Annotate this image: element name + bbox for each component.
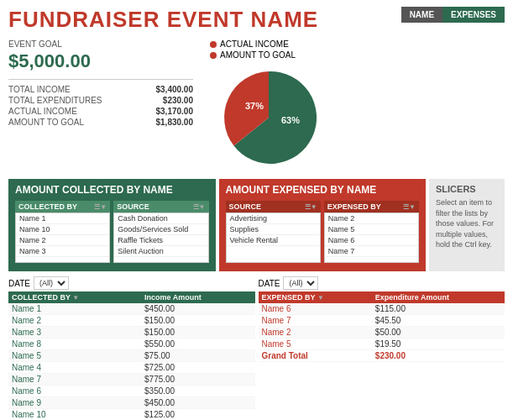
income-table-block: DATE (All) COLLECTED BY ▼ Income Amount …: [8, 276, 255, 420]
list-item[interactable]: Advertising: [227, 213, 320, 224]
legend-actual-income: ACTUAL INCOME: [210, 39, 296, 49]
income-col-header-collected-by[interactable]: COLLECTED BY ▼: [8, 291, 141, 303]
list-item[interactable]: Name 7: [325, 246, 418, 257]
collected-by-header[interactable]: COLLECTED BY ☰▼: [15, 201, 110, 213]
stat-label-togoal: AMOUNT TO GOAL: [8, 118, 84, 127]
col-filter-icon-exp[interactable]: ▼: [317, 294, 324, 302]
table-row: Name 7$775.00: [8, 374, 255, 386]
nav-name-button[interactable]: NAME: [401, 7, 442, 23]
list-item[interactable]: Name 5: [325, 224, 418, 235]
grand-total-value-exp: $230.00: [372, 350, 505, 362]
list-item[interactable]: Name 2: [325, 213, 418, 224]
expenditure-table-body: Name 6$115.00Name 7$45.50Name 2$50.00Nam…: [259, 303, 505, 362]
table-row: Name 6$350.00: [8, 386, 255, 397]
collected-by-filter: COLLECTED BY ☰▼ Name 1 Name 10 Name 2 Na…: [15, 201, 110, 263]
table-row: Name 4$725.00: [8, 362, 255, 374]
expensed-by-cell: Name 5: [259, 339, 372, 350]
stat-row-expenditures: TOTAL EXPENDITURES $230.00: [8, 96, 193, 105]
expensed-by-header[interactable]: EXPENSED BY ☰▼: [324, 201, 419, 213]
list-item[interactable]: Raffle Tickets: [114, 235, 207, 246]
legend-label-actual: ACTUAL INCOME: [220, 39, 289, 49]
table-row: Name 2$150.00: [8, 315, 255, 327]
income-table: COLLECTED BY ▼ Income Amount Name 1$450.…: [8, 291, 255, 420]
pie-chart-svg: 63% 37%: [210, 63, 327, 172]
collected-by-cell: Name 4: [8, 362, 141, 374]
stat-row-togoal: AMOUNT TO GOAL $1,830.00: [8, 118, 193, 127]
income-amount-cell: $350.00: [141, 386, 254, 397]
list-item[interactable]: Cash Donation: [114, 213, 207, 224]
list-item[interactable]: Goods/Services Sold: [114, 224, 207, 235]
stat-row-actual: ACTUAL INCOME $3,170.00: [8, 107, 193, 116]
table-row: Name 5$75.00: [8, 350, 255, 362]
source-list[interactable]: Cash Donation Goods/Services Sold Raffle…: [113, 213, 208, 263]
expensed-by-list[interactable]: Name 2 Name 5 Name 6 Name 7: [324, 213, 419, 263]
top-section: EVENT GOAL $5,000.00 TOTAL INCOME $3,400…: [0, 36, 513, 176]
expenditure-amount-cell: $115.00: [372, 303, 505, 315]
income-table-body: Name 1$450.00Name 2$150.00Name 3$150.00N…: [8, 303, 255, 420]
pie-label-37: 37%: [245, 101, 264, 111]
table-row: Name 10$125.00: [8, 409, 255, 421]
list-item[interactable]: Name 3: [16, 246, 109, 257]
income-date-select[interactable]: (All): [34, 276, 69, 290]
expensed-by-icon[interactable]: ☰▼: [403, 203, 416, 211]
collected-by-cell: Name 8: [8, 339, 141, 350]
collected-by-cell: Name 2: [8, 315, 141, 327]
bottom-section: DATE (All) COLLECTED BY ▼ Income Amount …: [0, 275, 513, 420]
expensed-by-cell: Name 2: [259, 327, 372, 339]
grand-total-row-exp: Grand Total$230.00: [259, 350, 505, 362]
expenditure-amount-cell: $45.50: [372, 315, 505, 327]
table-row: Name 2$50.00: [259, 327, 505, 339]
source-filter-icon[interactable]: ☰▼: [193, 203, 206, 211]
chart-area: ACTUAL INCOME AMOUNT TO GOAL 63% 37%: [193, 39, 505, 172]
stat-row-income: TOTAL INCOME $3,400.00: [8, 85, 193, 94]
expensed-source-label: SOURCE: [229, 202, 262, 211]
list-item[interactable]: Silent Auction: [114, 246, 207, 257]
slicers-description: Select an item to filter the lists by th…: [436, 197, 498, 250]
nav-expenses-button[interactable]: EXPENSES: [442, 7, 505, 23]
list-item[interactable]: Name 10: [16, 224, 109, 235]
col-filter-icon[interactable]: ▼: [72, 294, 79, 302]
expensed-box: AMOUNT EXPENSED BY NAME SOURCE ☰▼ Advert…: [219, 179, 427, 271]
expenditure-col-header-by[interactable]: EXPENSED BY ▼: [259, 291, 372, 303]
expensed-title: AMOUNT EXPENSED BY NAME: [226, 184, 420, 196]
collected-box: AMOUNT COLLECTED BY NAME COLLECTED BY ☰▼…: [8, 179, 216, 271]
mid-section: AMOUNT COLLECTED BY NAME COLLECTED BY ☰▼…: [8, 179, 505, 271]
source-filter: SOURCE ☰▼ Cash Donation Goods/Services S…: [113, 201, 208, 263]
header: FUNDRAISER EVENT NAME NAME EXPENSES: [0, 0, 513, 36]
stats-table: TOTAL INCOME $3,400.00 TOTAL EXPENDITURE…: [8, 79, 193, 127]
expensed-filter-row: SOURCE ☰▼ Advertising Supplies Vehicle R…: [226, 201, 420, 263]
expensed-source-header[interactable]: SOURCE ☰▼: [226, 201, 321, 213]
table-row: Name 3$150.00: [8, 327, 255, 339]
list-item[interactable]: Name 6: [325, 235, 418, 246]
expenditure-date-select[interactable]: (All): [283, 276, 318, 290]
income-amount-cell: $450.00: [141, 303, 254, 315]
table-row: Name 1$450.00: [8, 303, 255, 315]
list-item[interactable]: Name 2: [16, 235, 109, 246]
list-item[interactable]: Name 1: [16, 213, 109, 224]
table-row: Name 7$45.50: [259, 315, 505, 327]
legend-label-goal: AMOUNT TO GOAL: [220, 50, 296, 60]
collected-by-filter-icon[interactable]: ☰▼: [94, 203, 107, 211]
collected-title: AMOUNT COLLECTED BY NAME: [15, 184, 209, 196]
event-goal-label: EVENT GOAL: [8, 39, 193, 49]
collected-filter-row: COLLECTED BY ☰▼ Name 1 Name 10 Name 2 Na…: [15, 201, 209, 263]
event-goal-value: $5,000.00: [8, 50, 193, 72]
expensed-by-cell: Name 7: [259, 315, 372, 327]
expensed-source-icon[interactable]: ☰▼: [305, 203, 317, 211]
stat-label-actual: ACTUAL INCOME: [8, 107, 77, 116]
collected-by-list[interactable]: Name 1 Name 10 Name 2 Name 3: [15, 213, 110, 263]
expenditure-amount-cell: $50.00: [372, 327, 505, 339]
list-item[interactable]: Vehicle Rental: [227, 235, 320, 246]
stat-value-expenditures: $230.00: [163, 96, 193, 105]
expensed-source-list[interactable]: Advertising Supplies Vehicle Rental: [226, 213, 321, 263]
income-table-header-row: COLLECTED BY ▼ Income Amount: [8, 291, 255, 303]
collected-by-col-label: COLLECTED BY: [12, 293, 71, 302]
expensed-source-filter: SOURCE ☰▼ Advertising Supplies Vehicle R…: [226, 201, 321, 263]
collected-by-label: COLLECTED BY: [18, 202, 77, 211]
expenditure-amount-cell: $19.50: [372, 339, 505, 350]
source-header[interactable]: SOURCE ☰▼: [113, 201, 208, 213]
list-item[interactable]: Supplies: [227, 224, 320, 235]
stat-label-expenditures: TOTAL EXPENDITURES: [8, 96, 102, 105]
expenditure-date-filter-row: DATE (All): [259, 276, 505, 290]
expensed-by-label: EXPENSED BY: [327, 202, 381, 211]
